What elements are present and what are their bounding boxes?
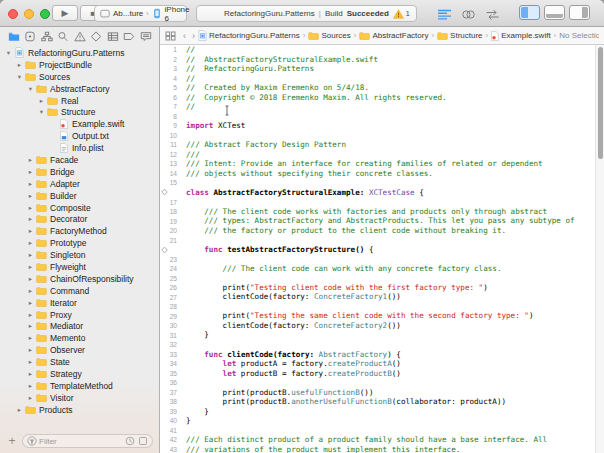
navigator-tab-breakpoint-icon[interactable] bbox=[123, 30, 136, 42]
disclosure-triangle-icon[interactable]: ▸ bbox=[26, 204, 35, 212]
code-line[interactable]: 15 bbox=[160, 178, 604, 188]
tree-item-state[interactable]: ▸State bbox=[0, 356, 159, 368]
disclosure-triangle-icon[interactable]: ▾ bbox=[4, 49, 13, 57]
disclosure-triangle-icon[interactable]: ▸ bbox=[26, 287, 35, 295]
tree-item-chainofresponsibility[interactable]: ▸ChainOfResponsibility bbox=[0, 273, 159, 285]
tree-item-factorymethod[interactable]: ▸FactoryMethod bbox=[0, 225, 159, 237]
tree-item-observer[interactable]: ▸Observer bbox=[0, 344, 159, 356]
code-line[interactable]: 20 /// the factory or product to the cli… bbox=[160, 226, 604, 236]
filter-field[interactable] bbox=[22, 434, 153, 448]
tree-item-command[interactable]: ▸Command bbox=[0, 285, 159, 297]
breadcrumb-item-no-selection[interactable]: No Selection bbox=[559, 31, 599, 40]
tree-item-sources[interactable]: ▾Sources bbox=[0, 71, 159, 83]
code-line[interactable]: class AbstractFactoryStructuralExample: … bbox=[160, 188, 604, 198]
code-line[interactable]: 4// bbox=[160, 74, 604, 84]
breadcrumb-item-abstractfactory[interactable]: AbstractFactory bbox=[359, 31, 428, 40]
disclosure-triangle-icon[interactable]: ▸ bbox=[26, 227, 35, 235]
tree-item-flyweight[interactable]: ▸Flyweight bbox=[0, 261, 159, 273]
navigator-tab-project-icon[interactable] bbox=[7, 30, 20, 42]
code-line[interactable]: 38 print(productB.anotherUsefulFunctionB… bbox=[160, 397, 604, 407]
toggle-debug-area-button[interactable] bbox=[544, 5, 565, 20]
version-editor-button[interactable] bbox=[485, 7, 500, 20]
tree-item-builder[interactable]: ▸Builder bbox=[0, 190, 159, 202]
disclosure-triangle-icon[interactable]: ▾ bbox=[37, 108, 46, 116]
code-line[interactable]: 30 clientCode(factory: ConcreteFactory2(… bbox=[160, 321, 604, 331]
breadcrumb-item-sources[interactable]: Sources bbox=[308, 31, 350, 40]
navigator-tab-debug-icon[interactable] bbox=[106, 30, 119, 42]
related-items-icon[interactable] bbox=[165, 31, 176, 41]
disclosure-triangle-icon[interactable]: ▾ bbox=[26, 85, 35, 93]
code-line[interactable]: 40} bbox=[160, 416, 604, 426]
code-line[interactable]: 29 print("Testing the same client code w… bbox=[160, 311, 604, 321]
recent-files-clock-icon[interactable] bbox=[125, 436, 135, 446]
code-line[interactable]: 43/// variations of the product must imp… bbox=[160, 445, 604, 453]
tree-item-info-plist[interactable]: Info.plist bbox=[0, 142, 159, 154]
close-window-button[interactable] bbox=[8, 9, 18, 19]
navigator-tab-test-icon[interactable] bbox=[90, 30, 103, 42]
tree-item-bridge[interactable]: ▸Bridge bbox=[0, 166, 159, 178]
breadcrumb-item-refactoringguru-patterns[interactable]: RefactoringGuru.Patterns bbox=[198, 30, 300, 41]
disclosure-triangle-icon[interactable]: ▸ bbox=[26, 299, 35, 307]
code-area[interactable]: 1//2// AbstractFactoryStructuralExample.… bbox=[160, 45, 604, 453]
disclosure-triangle-icon[interactable]: ▸ bbox=[26, 358, 35, 366]
tree-item-example-swift[interactable]: Example.swift bbox=[0, 118, 159, 130]
code-line[interactable]: 9import XCTest bbox=[160, 121, 604, 131]
code-line[interactable]: 41 bbox=[160, 426, 604, 436]
code-line[interactable]: 27 clientCode(factory: ConcreteFactory1(… bbox=[160, 292, 604, 302]
minimize-window-button[interactable] bbox=[24, 9, 34, 19]
tree-item-templatemethod[interactable]: ▸TemplateMethod bbox=[0, 380, 159, 392]
code-line[interactable]: 23 bbox=[160, 254, 604, 264]
tree-item-decorator[interactable]: ▸Decorator bbox=[0, 213, 159, 225]
code-line[interactable]: 35 let productB = factory.createProductB… bbox=[160, 369, 604, 379]
code-line[interactable]: 5// Created by Maxim Eremenko on 5/4/18. bbox=[160, 83, 604, 93]
tree-item-memento[interactable]: ▸Memento bbox=[0, 332, 159, 344]
code-line[interactable]: 2// AbstractFactoryStructuralExample.swi… bbox=[160, 55, 604, 65]
tree-item-structure[interactable]: ▾Structure bbox=[0, 106, 159, 118]
tree-item-adapter[interactable]: ▸Adapter bbox=[0, 178, 159, 190]
tree-item-composite[interactable]: ▸Composite bbox=[0, 202, 159, 214]
disclosure-triangle-icon[interactable]: ▸ bbox=[26, 180, 35, 188]
breadcrumb-item-structure[interactable]: Structure bbox=[437, 31, 482, 40]
add-button[interactable]: + bbox=[6, 434, 18, 448]
tree-item-facade[interactable]: ▸Facade bbox=[0, 154, 159, 166]
code-line[interactable]: 34 let productA = factory.createProductA… bbox=[160, 359, 604, 369]
disclosure-triangle-icon[interactable]: ▸ bbox=[26, 215, 35, 223]
tree-item-output-txt[interactable]: Output.txt bbox=[0, 130, 159, 142]
code-line[interactable]: 1// bbox=[160, 45, 604, 55]
tree-item-abstractfactory[interactable]: ▾AbstractFactory bbox=[0, 83, 159, 95]
code-line[interactable]: 24 /// The client code can work with any… bbox=[160, 264, 604, 274]
zoom-window-button[interactable] bbox=[40, 9, 50, 19]
disclosure-triangle-icon[interactable]: ▾ bbox=[15, 73, 24, 81]
disclosure-triangle-icon[interactable]: ▸ bbox=[26, 346, 35, 354]
toggle-navigator-button[interactable] bbox=[519, 5, 540, 20]
tree-item-proxy[interactable]: ▸Proxy bbox=[0, 309, 159, 321]
disclosure-triangle-icon[interactable]: ▸ bbox=[26, 322, 35, 330]
disclosure-triangle-icon[interactable]: ▸ bbox=[26, 370, 35, 378]
disclosure-triangle-icon[interactable]: ▸ bbox=[26, 394, 35, 402]
tree-item-strategy[interactable]: ▸Strategy bbox=[0, 368, 159, 380]
run-button[interactable]: ▶ bbox=[52, 5, 78, 21]
tree-item-real[interactable]: ▸Real bbox=[0, 95, 159, 107]
tree-item-projectbundle[interactable]: ▸ProjectBundle bbox=[0, 59, 159, 71]
code-line[interactable]: 3// RefactoringGuru.Patterns bbox=[160, 64, 604, 74]
code-line[interactable]: func testAbstractFactoryStructure() { bbox=[160, 245, 604, 255]
code-line[interactable]: 42/// Each distinct product of a product… bbox=[160, 435, 604, 445]
toggle-inspector-button[interactable] bbox=[569, 5, 590, 20]
scrollbar-thumb[interactable] bbox=[598, 47, 603, 159]
tree-item-products[interactable]: ▸Products bbox=[0, 404, 159, 416]
disclosure-triangle-icon[interactable]: ▸ bbox=[26, 239, 35, 247]
navigator-tab-report-icon[interactable] bbox=[139, 30, 152, 42]
code-line[interactable]: 36 bbox=[160, 378, 604, 388]
code-line[interactable]: 17 bbox=[160, 197, 604, 207]
disclosure-triangle-icon[interactable]: ▸ bbox=[26, 251, 35, 259]
tree-item-mediator[interactable]: ▸Mediator bbox=[0, 320, 159, 332]
code-line[interactable]: 33 func clientCode(factory: AbstractFact… bbox=[160, 350, 604, 360]
source-control-status-icon[interactable] bbox=[138, 436, 148, 446]
scheme-selector[interactable]: Ab...ture › iPhone 6 bbox=[94, 5, 187, 22]
code-line[interactable]: 32 bbox=[160, 340, 604, 350]
disclosure-triangle-icon[interactable]: ▸ bbox=[26, 156, 35, 164]
code-line[interactable]: 12/// bbox=[160, 150, 604, 160]
tree-item-iterator[interactable]: ▸Iterator bbox=[0, 297, 159, 309]
tree-item-prototype[interactable]: ▸Prototype bbox=[0, 237, 159, 249]
code-line[interactable]: 14/// objects without specifying their c… bbox=[160, 169, 604, 179]
